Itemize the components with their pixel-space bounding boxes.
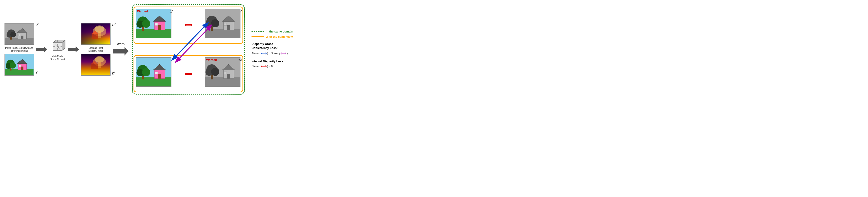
legend-orange-text: With the same view xyxy=(266,35,293,38)
disparity-bottom-svg xyxy=(82,54,111,76)
disparity-section: Dr Left and RightDisparity Maps xyxy=(81,23,111,76)
legend-green-text: In the same domain xyxy=(266,30,293,33)
disparity-top-svg xyxy=(82,24,111,45)
input-image-top-wrapper: Ir xyxy=(4,23,34,45)
disparity-caption: Left and RightDisparity Maps xyxy=(88,47,103,52)
svg-marker-41 xyxy=(113,47,129,56)
network-caption: Multi-ModalStereo Network xyxy=(50,55,65,61)
inputs-caption: Inputs in different views and different … xyxy=(4,47,34,52)
bottom-right-label: Iwl xyxy=(239,58,242,62)
disparity-top-wrapper: Dr xyxy=(81,23,111,45)
internal-disparity-section: Internal Disparity Loss: Stereo( ⟺ ) = 0 xyxy=(251,60,315,69)
svg-point-51 xyxy=(142,20,150,28)
input-top-label: Ir xyxy=(36,22,38,27)
svg-rect-40 xyxy=(91,64,98,69)
disparity-cross-title: Disparity Cross-Consistency Loss: xyxy=(251,42,315,50)
warp-label: Warp xyxy=(117,42,125,46)
inputs-section: Ir Inputs in different views and differe… xyxy=(4,23,34,76)
disparity-bottom-wrapper: Dl xyxy=(81,54,111,76)
top-right-label: Ir xyxy=(241,9,242,13)
red-arrow-formula: ⟺ xyxy=(261,64,267,69)
legend-green: In the same domain xyxy=(251,30,315,33)
right-arrow-svg xyxy=(36,46,48,53)
disparity-bottom-image xyxy=(81,54,111,76)
internal-disparity-title: Internal Disparity Loss: xyxy=(251,60,315,63)
svg-rect-57 xyxy=(224,23,227,26)
warp-section: Warp xyxy=(113,42,129,56)
gray-scene-svg xyxy=(5,24,34,45)
top-left-warped-text: Warped xyxy=(137,10,148,13)
svg-point-19 xyxy=(10,62,16,68)
svg-rect-77 xyxy=(224,72,227,74)
legend-orange-line xyxy=(251,36,264,37)
svg-point-9 xyxy=(10,32,16,37)
svg-rect-63 xyxy=(136,77,172,87)
right-arrow-2-svg xyxy=(68,46,79,53)
svg-rect-4 xyxy=(21,35,24,39)
arrow-to-disparity xyxy=(68,46,79,53)
disparity-cross-section: Disparity Cross-Consistency Loss: Stereo… xyxy=(251,42,315,56)
network-section: Multi-ModalStereo Network xyxy=(50,38,65,61)
svg-rect-38 xyxy=(98,62,101,68)
input-image-bottom xyxy=(4,54,34,76)
input-bottom-label: Il xyxy=(36,71,37,75)
svg-rect-34 xyxy=(92,34,98,38)
disparity-top-image xyxy=(81,23,111,45)
svg-line-83 xyxy=(176,28,209,62)
warp-arrow-svg xyxy=(113,46,129,56)
svg-rect-14 xyxy=(21,66,24,70)
warped-outer: Warped Iwr Ir xyxy=(131,3,246,96)
disparity-cross-formula: Stereo( ⟺ ) = Stereo( ⟺ ) xyxy=(251,51,315,56)
input-image-bottom-wrapper: Il xyxy=(4,54,34,76)
legend-orange: With the same view xyxy=(251,35,315,38)
svg-line-82 xyxy=(173,26,205,60)
disparity-top-label: Dr xyxy=(112,22,116,27)
svg-marker-20 xyxy=(36,47,48,52)
svg-point-81 xyxy=(211,68,219,76)
arrow-to-network xyxy=(36,46,48,53)
svg-rect-76 xyxy=(227,74,230,79)
legend-green-line xyxy=(251,31,264,32)
svg-rect-66 xyxy=(158,74,161,79)
top-left-label: Iwr xyxy=(169,9,173,13)
blue-arrow-formula: ⟺ xyxy=(261,51,267,56)
svg-rect-73 xyxy=(205,77,241,87)
network-svg xyxy=(50,38,65,54)
disparity-bottom-label: Dl xyxy=(112,71,115,75)
main-container: Ir Inputs in different views and differe… xyxy=(0,0,434,98)
legend-section: In the same domain With the same view Di… xyxy=(251,30,315,69)
svg-rect-5 xyxy=(19,34,21,36)
color-scene-svg xyxy=(5,54,34,75)
svg-rect-47 xyxy=(155,23,158,26)
svg-point-37 xyxy=(95,56,104,62)
svg-marker-27 xyxy=(68,47,79,52)
svg-rect-15 xyxy=(19,65,21,66)
red-arrow-bottom: ⟺ xyxy=(185,71,192,77)
internal-disparity-formula: Stereo( ⟺ ) = 0 xyxy=(251,64,315,69)
purple-arrow-formula: ⟺ xyxy=(280,51,286,56)
svg-rect-67 xyxy=(155,72,158,74)
svg-point-71 xyxy=(142,68,150,76)
cross-arrows-svg xyxy=(160,21,219,66)
svg-rect-56 xyxy=(227,25,230,30)
input-image-top xyxy=(4,23,34,45)
